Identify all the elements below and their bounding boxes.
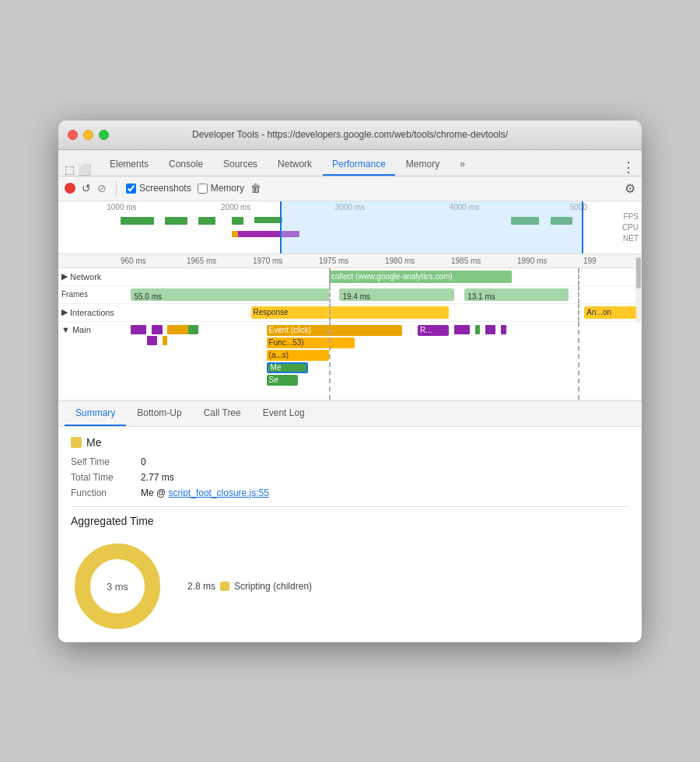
legend-scripting: 2.8 ms Scripting (children) (187, 581, 312, 592)
legend-swatch (220, 582, 229, 591)
fps-bar-4 (232, 217, 243, 225)
traffic-lights (68, 130, 109, 140)
screenshots-checkbox-label[interactable]: Screenshots (126, 183, 191, 194)
total-time-row: Total Time 2.77 ms (71, 472, 629, 483)
flame-purple-2 (152, 325, 162, 334)
se-bar[interactable]: Se (267, 375, 298, 386)
network-label[interactable]: ▶Network (58, 270, 121, 283)
separator (116, 181, 117, 195)
detail-1990: 1990 ms (517, 257, 583, 265)
inspect-icon[interactable]: ⬚ (65, 163, 75, 176)
memory-label: Memory (211, 183, 244, 194)
function-row: Function Me @ script_foot_closure.js:55 (71, 488, 629, 498)
fps-bar-5 (254, 217, 282, 223)
item-name: Me (86, 436, 101, 449)
detail-199: 199 (583, 257, 642, 265)
main-track-content[interactable]: Event (click) Func...53) (a...s) Me Se (121, 322, 642, 400)
detail-1980: 1980 ms (385, 257, 451, 265)
flame-purple-1 (131, 325, 146, 334)
function-prefix: Me @ (141, 488, 169, 498)
responsive-icon[interactable]: ⬜ (78, 163, 91, 176)
close-button[interactable] (68, 130, 78, 140)
more-options-icon[interactable]: ⋮ (621, 159, 635, 176)
total-time-label: Total Time (71, 472, 141, 483)
record-button[interactable] (65, 183, 75, 194)
main-tab-bar: ⬚ ⬜ Elements Console Sources Network Per… (58, 150, 642, 177)
func-bar[interactable]: Func...53) (267, 337, 355, 348)
maximize-button[interactable] (99, 130, 109, 140)
r-bar[interactable]: R... (418, 325, 449, 336)
frames-bar-3: 13.1 ms (464, 288, 569, 301)
recording-toolbar: ↺ ⊘ Screenshots Memory 🗑 ⚙ (58, 177, 642, 201)
window-title: Developer Tools - https://developers.goo… (192, 129, 508, 140)
tab-more[interactable]: » (450, 154, 474, 176)
flame-purple-r3 (485, 325, 495, 334)
donut-chart: 3 ms (71, 540, 164, 633)
cpu-bar-2 (232, 231, 237, 237)
scrollbar-thumb[interactable] (636, 257, 641, 288)
fps-bar-1 (121, 217, 154, 225)
trash-icon[interactable]: 🗑 (250, 182, 261, 194)
tab-call-tree[interactable]: Call Tree (193, 401, 252, 426)
int-dashed-1 (329, 304, 331, 321)
reload-icon[interactable]: ↺ (82, 182, 91, 194)
flame-orange-1 (167, 325, 188, 334)
tab-memory[interactable]: Memory (397, 154, 449, 176)
memory-checkbox-label[interactable]: Memory (198, 183, 244, 194)
clear-icon[interactable]: ⊘ (97, 182, 107, 194)
function-link[interactable]: script_foot_closure.js:55 (169, 488, 269, 498)
as-bar[interactable]: (a...s) (267, 350, 329, 361)
tab-summary[interactable]: Summary (65, 401, 126, 426)
timeline-overview[interactable]: 1000 ms 2000 ms 3000 ms 4000 ms 5000 FPS… (58, 201, 642, 254)
tab-network[interactable]: Network (268, 154, 321, 176)
detail-1985: 1985 ms (451, 257, 517, 265)
selection-overlay[interactable] (280, 201, 583, 253)
ruler-2000: 2000 ms (179, 203, 293, 211)
bottom-panel: Summary Bottom-Up Call Tree Event Log Me… (58, 401, 642, 642)
aggregated-content: 3 ms 2.8 ms Scripting (children) (71, 540, 629, 633)
network-collect-bar[interactable]: collect (www.google-analytics.com) (329, 271, 512, 283)
interactions-label[interactable]: ▶Response Interactions (58, 306, 121, 319)
network-content: collect (www.google-analytics.com) (121, 268, 642, 285)
main-dashed-1 (329, 322, 331, 400)
devtools-window: Developer Tools - https://developers.goo… (58, 121, 642, 642)
memory-checkbox[interactable] (198, 184, 208, 194)
tab-event-log[interactable]: Event Log (252, 401, 316, 426)
frames-label: Frames (58, 288, 121, 300)
function-value: Me @ script_foot_closure.js:55 (141, 488, 269, 498)
tab-bottom-up[interactable]: Bottom-Up (126, 401, 192, 426)
summary-item-title: Me (71, 436, 629, 449)
screenshots-checkbox[interactable] (126, 184, 136, 194)
main-label[interactable]: ▼ Main (58, 322, 121, 336)
interactions-anon-bar[interactable]: An...on (584, 306, 636, 319)
dashed-line-2 (578, 268, 579, 285)
bottom-tabs: Summary Bottom-Up Call Tree Event Log (58, 401, 642, 427)
net-label: NET (623, 234, 639, 243)
tab-elements[interactable]: Elements (100, 154, 158, 176)
donut-label: 3 ms (107, 580, 128, 592)
interactions-response-bar[interactable]: Response (251, 306, 450, 319)
int-dashed-2 (578, 304, 579, 321)
minimize-button[interactable] (83, 130, 93, 140)
main-dashed-2 (578, 322, 579, 400)
total-time-value: 2.77 ms (141, 472, 174, 483)
self-time-value: 0 (141, 456, 146, 467)
timeline-detail: 960 ms 1965 ms 1970 ms 1975 ms 1980 ms 1… (58, 254, 642, 401)
detail-1970: 1970 ms (253, 257, 319, 265)
me-bar[interactable]: Me (267, 362, 309, 373)
legend-time: 2.8 ms (187, 581, 215, 592)
fps-label: FPS (624, 212, 639, 221)
tab-sources[interactable]: Sources (214, 154, 267, 176)
tab-console[interactable]: Console (159, 154, 212, 176)
settings-icon[interactable]: ⚙ (625, 181, 635, 196)
interactions-track: ▶Response Interactions Response An...on (58, 304, 642, 322)
frames-bar-2: 19.4 ms (339, 288, 453, 301)
interactions-content: Response An...on (121, 304, 642, 321)
flame-purple-r2 (454, 325, 470, 334)
event-click-bar[interactable]: Event (click) (267, 325, 402, 336)
flame-orange-2 (163, 336, 168, 345)
item-color-swatch (71, 437, 82, 448)
screenshots-label: Screenshots (139, 183, 191, 194)
tab-performance[interactable]: Performance (323, 154, 395, 176)
legend-label: Scripting (children) (234, 581, 312, 592)
